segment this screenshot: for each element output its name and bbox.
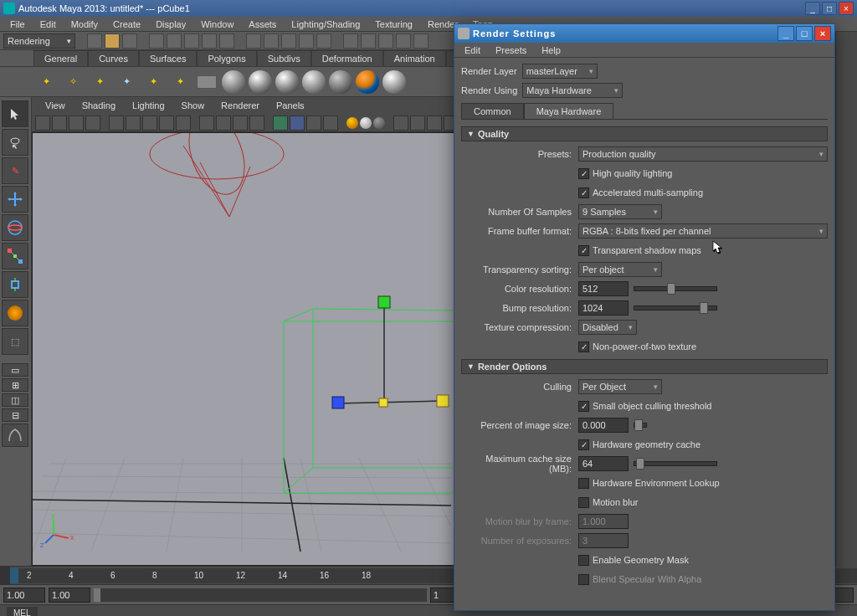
scale-tool[interactable] xyxy=(2,243,28,270)
view-menu-shading[interactable]: Shading xyxy=(75,99,122,112)
maya-logo-icon[interactable] xyxy=(2,424,28,447)
culling-dropdown[interactable]: Per Object xyxy=(578,379,662,394)
channel-box-collapsed[interactable] xyxy=(835,32,857,567)
paint-tool[interactable]: ✎ xyxy=(2,157,28,184)
layout-single-icon[interactable]: ▭ xyxy=(2,363,28,377)
vt-motion-icon[interactable] xyxy=(393,116,408,131)
shelf-tab-anim[interactable]: Animation xyxy=(383,50,446,66)
hypershade-icon[interactable] xyxy=(413,33,428,49)
view-menu-panels[interactable]: Panels xyxy=(269,99,311,112)
blend-spec-checkbox[interactable] xyxy=(578,574,589,585)
time-start-field[interactable] xyxy=(3,588,45,603)
shader-aniso-icon[interactable] xyxy=(328,69,353,95)
vt-bookmark-icon[interactable] xyxy=(52,116,67,131)
samples-dropdown[interactable]: 9 Samples xyxy=(578,204,662,219)
select-obj-icon[interactable] xyxy=(202,33,217,49)
menu-display[interactable]: Display xyxy=(149,18,192,31)
view-menu-view[interactable]: View xyxy=(38,99,72,112)
vt-res-icon[interactable] xyxy=(142,116,157,131)
small-obj-cull-checkbox[interactable] xyxy=(578,401,589,412)
open-scene-icon[interactable] xyxy=(105,33,120,49)
section-quality[interactable]: Quality xyxy=(461,126,828,141)
render-frame-icon[interactable] xyxy=(361,33,376,49)
menu-assets[interactable]: Assets xyxy=(242,18,283,31)
motion-blur-checkbox[interactable] xyxy=(578,497,589,508)
max-cache-slider[interactable] xyxy=(634,461,717,466)
vt-isolate-icon[interactable] xyxy=(273,116,288,131)
menu-texturing[interactable]: Texturing xyxy=(368,18,419,31)
redo-icon[interactable] xyxy=(167,33,182,49)
menu-lighting[interactable]: Lighting/Shading xyxy=(285,18,367,31)
trans-sort-dropdown[interactable]: Per object xyxy=(578,262,662,277)
layout-two-icon[interactable]: ◫ xyxy=(2,393,28,407)
shelf-tab-general[interactable]: General xyxy=(33,50,88,66)
color-res-slider[interactable] xyxy=(634,286,717,291)
snap-point-icon[interactable] xyxy=(281,33,296,49)
dlg-menu-edit[interactable]: Edit xyxy=(458,44,487,57)
time-range-start-field[interactable] xyxy=(49,588,90,603)
vt-default-mat-icon[interactable] xyxy=(346,117,358,129)
light-ambient-icon[interactable]: ✦ xyxy=(167,69,192,95)
light-directional-icon[interactable]: ✦ xyxy=(33,69,59,95)
render-settings-icon[interactable] xyxy=(396,33,411,49)
view-menu-lighting[interactable]: Lighting xyxy=(126,99,172,112)
vt-2d-icon[interactable] xyxy=(85,116,100,131)
shelf-tab-polygons[interactable]: Polygons xyxy=(197,50,256,66)
shader-lambert-icon[interactable] xyxy=(221,69,246,95)
render-using-dropdown[interactable]: Maya Hardware xyxy=(522,83,623,98)
vt-no-mat-icon[interactable] xyxy=(373,117,385,129)
module-selector[interactable]: Rendering xyxy=(3,33,75,49)
save-scene-icon[interactable] xyxy=(122,33,137,49)
section-render-options[interactable]: Render Options xyxy=(461,359,828,374)
trans-shadow-checkbox[interactable] xyxy=(578,245,589,256)
shader-layered-icon[interactable] xyxy=(382,69,407,95)
geo-mask-checkbox[interactable] xyxy=(578,555,589,566)
dlg-menu-presets[interactable]: Presets xyxy=(489,44,533,57)
dialog-titlebar[interactable]: Render Settings _ □ × xyxy=(454,24,834,43)
vt-imageplane-icon[interactable] xyxy=(69,116,84,131)
shader-blinn-icon[interactable] xyxy=(248,69,273,95)
layout-three-icon[interactable]: ⊟ xyxy=(2,408,28,422)
select-hier-icon[interactable] xyxy=(184,33,199,49)
menu-create[interactable]: Create xyxy=(106,18,147,31)
tex-comp-dropdown[interactable]: Disabled xyxy=(578,320,637,335)
tab-maya-hardware[interactable]: Maya Hardware xyxy=(524,103,614,119)
manipulator-tool[interactable] xyxy=(2,271,28,298)
vt-ao-icon[interactable] xyxy=(410,116,425,131)
max-cache-input[interactable] xyxy=(578,456,629,471)
snap-live-icon[interactable] xyxy=(316,33,331,49)
maximize-button[interactable]: □ xyxy=(822,2,837,15)
vt-tex-icon[interactable] xyxy=(233,116,248,131)
vt-aa-icon[interactable] xyxy=(427,116,442,131)
move-tool[interactable] xyxy=(2,186,28,213)
snap-plane-icon[interactable] xyxy=(299,33,314,49)
vt-gate-icon[interactable] xyxy=(159,116,174,131)
snap-grid-icon[interactable] xyxy=(246,33,261,49)
render-view-icon[interactable] xyxy=(343,33,358,49)
shelf-tool-7[interactable] xyxy=(194,69,219,95)
minimize-button[interactable]: _ xyxy=(805,2,820,15)
close-button[interactable]: × xyxy=(839,2,854,15)
vt-flat-mat-icon[interactable] xyxy=(360,117,372,129)
non-power2-checkbox[interactable] xyxy=(578,341,589,352)
dialog-minimize-button[interactable]: _ xyxy=(777,26,794,41)
light-volume-icon[interactable]: ✦ xyxy=(141,69,166,95)
last-tool[interactable]: ⬚ xyxy=(2,328,28,355)
view-menu-renderer[interactable]: Renderer xyxy=(214,99,266,112)
layout-four-icon[interactable]: ⊞ xyxy=(2,378,28,392)
new-scene-icon[interactable] xyxy=(87,33,102,49)
hq-lighting-checkbox[interactable] xyxy=(578,168,589,179)
hw-env-checkbox[interactable] xyxy=(578,478,589,489)
vt-pick-icon[interactable] xyxy=(323,116,338,131)
shelf-tab-deform[interactable]: Deformation xyxy=(311,50,383,66)
percent-slider[interactable] xyxy=(634,423,647,428)
menu-modify[interactable]: Modify xyxy=(64,18,105,31)
undo-icon[interactable] xyxy=(149,33,164,49)
view-menu-show[interactable]: Show xyxy=(175,99,212,112)
framebuf-dropdown[interactable]: RGBA : 8-bits fixed per channel xyxy=(578,223,828,239)
menu-edit[interactable]: Edit xyxy=(33,18,63,31)
menu-window[interactable]: Window xyxy=(194,18,240,31)
shader-phonge-icon[interactable] xyxy=(301,69,326,95)
percent-input[interactable] xyxy=(578,418,629,433)
hw-geo-cache-checkbox[interactable] xyxy=(578,439,589,450)
